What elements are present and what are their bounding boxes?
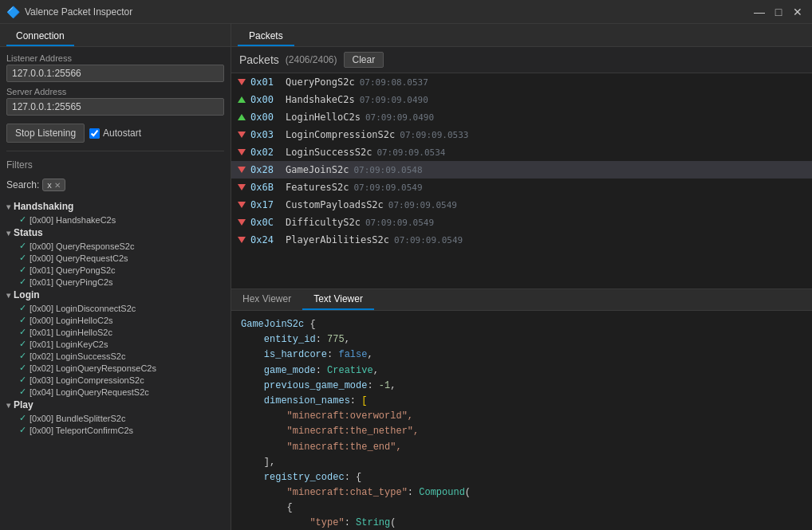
- filter-item-label: [0x01] LoginHelloS2c: [30, 328, 112, 337]
- filter-item[interactable]: ✓[0x00] LoginDisconnectS2c: [6, 302, 224, 314]
- packet-name: QueryPongS2c: [286, 77, 355, 88]
- filter-item[interactable]: ✓[0x03] LoginCompressionS2c: [6, 374, 224, 386]
- packet-time: 07:09:09.0549: [365, 218, 434, 228]
- detail-tab-text-viewer[interactable]: Text Viewer: [302, 289, 374, 310]
- code-line: game_mode: Creative,: [241, 363, 802, 379]
- code-line: entity_id: 775,: [241, 332, 802, 347]
- detail-content: GameJoinS2c { entity_id: 775, is_hardcor…: [231, 311, 812, 530]
- packet-row[interactable]: 0x03 LoginCompressionS2c 07:09:09.0533: [231, 126, 812, 143]
- filter-item[interactable]: ✓[0x01] LoginKeyC2s: [6, 338, 224, 350]
- filter-item[interactable]: ✓[0x00] QueryRequestC2s: [6, 252, 224, 264]
- packet-name: GameJoinS2c: [286, 164, 349, 175]
- packet-id: 0x02: [250, 147, 281, 158]
- filter-item[interactable]: ✓[0x01] QueryPongS2c: [6, 264, 224, 276]
- code-line: registry_codec: {: [241, 470, 802, 485]
- filter-item-label: [0x01] LoginKeyC2s: [30, 340, 108, 349]
- sidebar-tab-bar: Connection: [0, 24, 231, 47]
- filter-group-label: Login: [14, 289, 40, 300]
- window-controls: — □ ✕: [751, 4, 806, 20]
- filter-item[interactable]: ✓[0x01] QueryPingC2s: [6, 276, 224, 288]
- clear-button[interactable]: Clear: [344, 52, 384, 68]
- server-address-input[interactable]: [6, 98, 224, 116]
- filter-item-label: [0x01] QueryPingC2s: [30, 277, 113, 287]
- filter-item[interactable]: ✓[0x04] LoginQueryRequestS2c: [6, 386, 224, 398]
- packet-row[interactable]: 0x00 LoginHelloC2s 07:09:09.0490: [231, 108, 812, 126]
- filter-item[interactable]: ✓[0x00] BundleSplitterS2c: [6, 412, 224, 424]
- code-line: previous_game_mode: -1,: [241, 379, 802, 394]
- packets-tab-bar: Packets: [231, 24, 812, 47]
- maximize-button[interactable]: □: [771, 4, 786, 20]
- autostart-checkbox[interactable]: [89, 128, 100, 139]
- filter-item-label: [0x00] HandshakeC2s: [30, 215, 116, 225]
- filter-item[interactable]: ✓[0x02] LoginSuccessS2c: [6, 350, 224, 362]
- server-address-field: Server Address: [6, 87, 224, 116]
- filter-group-label: Handshaking: [14, 201, 73, 212]
- main-layout: Connection Listener Address Server Addre…: [0, 24, 812, 530]
- detail-tab-hex-viewer[interactable]: Hex Viewer: [231, 289, 302, 310]
- filter-item[interactable]: ✓[0x01] LoginHelloS2c: [6, 326, 224, 338]
- listener-address-field: Listener Address: [6, 53, 224, 82]
- check-icon: ✓: [19, 315, 26, 325]
- search-tag-close[interactable]: ✕: [54, 181, 61, 190]
- packet-list[interactable]: 0x01 QueryPongS2c 07:09:08.0537 0x00 Han…: [231, 73, 812, 289]
- filter-item[interactable]: ✓[0x00] LoginHelloC2s: [6, 314, 224, 326]
- packet-name: CustomPayloadsS2c: [286, 199, 384, 210]
- filter-group-status[interactable]: ▾Status: [6, 226, 224, 240]
- packet-row[interactable]: 0x17 CustomPayloadsS2c 07:09:09.0549: [231, 196, 812, 214]
- filter-item-label: [0x03] LoginCompressionS2c: [30, 375, 144, 385]
- packets-header: Packets (2406/2406) Clear: [231, 47, 812, 73]
- filter-item[interactable]: ✓[0x00] TeleportConfirmC2s: [6, 424, 224, 436]
- sidebar: Connection Listener Address Server Addre…: [0, 24, 231, 530]
- packet-id: 0x03: [250, 129, 281, 140]
- listener-address-input[interactable]: [6, 65, 224, 82]
- packet-name: LoginCompressionS2c: [286, 129, 395, 140]
- code-line: "minecraft:the_nether",: [241, 424, 802, 439]
- autostart-label: Autostart: [103, 128, 141, 139]
- close-button[interactable]: ✕: [790, 4, 806, 20]
- detail-panel: Hex ViewerText Viewer GameJoinS2c { enti…: [231, 289, 812, 530]
- filter-group-play[interactable]: ▾Play: [6, 398, 224, 412]
- packet-time: 07:09:09.0490: [360, 95, 428, 105]
- filter-group-handshaking[interactable]: ▾Handshaking: [6, 199, 224, 214]
- filter-item[interactable]: ✓[0x00] HandshakeC2s: [6, 214, 224, 226]
- code-line: "type": String(: [241, 516, 802, 530]
- packet-time: 07:09:09.0490: [365, 112, 434, 123]
- filter-item-label: [0x00] QueryResponseS2c: [30, 241, 134, 251]
- filter-item[interactable]: ✓[0x00] QueryResponseS2c: [6, 240, 224, 252]
- packet-row[interactable]: 0x28 GameJoinS2c 07:09:09.0548: [231, 161, 812, 179]
- minimize-button[interactable]: —: [751, 4, 767, 20]
- code-line: GameJoinS2c {: [241, 317, 802, 332]
- packet-name: LoginSuccessS2c: [286, 147, 372, 158]
- stop-listening-button[interactable]: Stop Listening: [6, 124, 85, 143]
- packet-row[interactable]: 0x0C DifficultyS2c 07:09:09.0549: [231, 214, 812, 231]
- filter-item[interactable]: ✓[0x02] LoginQueryResponseC2s: [6, 362, 224, 374]
- check-icon: ✓: [19, 375, 26, 385]
- filter-group-login[interactable]: ▾Login: [6, 288, 224, 302]
- packet-id: 0x24: [250, 234, 281, 245]
- tab-connection[interactable]: Connection: [6, 27, 74, 46]
- packet-row[interactable]: 0x00 HandshakeC2s 07:09:09.0490: [231, 91, 812, 108]
- packet-id: 0x28: [250, 164, 281, 175]
- check-icon: ✓: [19, 387, 26, 397]
- packet-row[interactable]: 0x6B FeaturesS2c 07:09:09.0549: [231, 179, 812, 196]
- filter-item-label: [0x00] BundleSplitterS2c: [30, 414, 125, 423]
- server-address-label: Server Address: [6, 87, 224, 96]
- check-icon: ✓: [19, 303, 26, 313]
- tab-packets[interactable]: Packets: [238, 27, 294, 46]
- code-line: dimension_names: [: [241, 394, 802, 409]
- code-line: is_hardcore: false,: [241, 347, 802, 363]
- packet-id: 0x6B: [250, 182, 281, 193]
- filter-item-label: [0x00] LoginDisconnectS2c: [30, 304, 136, 313]
- app-icon: 🔷: [6, 6, 20, 18]
- packet-row[interactable]: 0x01 QueryPongS2c 07:09:08.0537: [231, 73, 812, 91]
- arrow-up-icon: [238, 114, 246, 120]
- autostart-checkbox-label[interactable]: Autostart: [89, 128, 141, 139]
- connection-controls: Stop Listening Autostart: [6, 124, 224, 143]
- packet-row[interactable]: 0x24 PlayerAbilitiesS2c 07:09:09.0549: [231, 231, 812, 249]
- arrow-up-icon: [238, 96, 246, 103]
- filter-item-label: [0x00] TeleportConfirmC2s: [30, 426, 133, 435]
- packet-row[interactable]: 0x02 LoginSuccessS2c 07:09:09.0534: [231, 143, 812, 161]
- filter-item-label: [0x00] LoginHelloC2s: [30, 316, 113, 325]
- arrow-down-icon: [238, 219, 246, 226]
- packet-time: 07:09:09.0549: [394, 235, 463, 245]
